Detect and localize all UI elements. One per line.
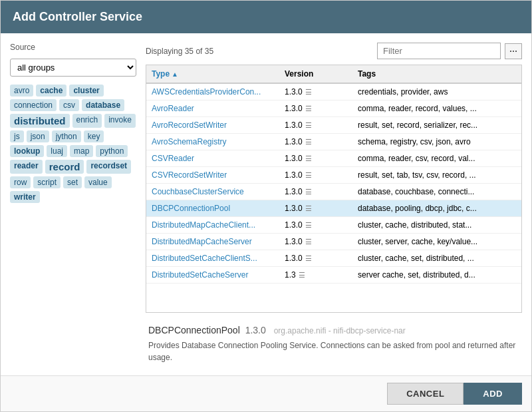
tag-jython[interactable]: jython — [52, 130, 81, 142]
table-row[interactable]: DistributedMapCacheClient...1.3.0 ☰clust… — [146, 217, 521, 234]
description-panel: DBCPConnectionPool 1.3.0 org.apache.nifi… — [146, 318, 522, 366]
info-icon[interactable]: ☰ — [305, 138, 312, 146]
table-row[interactable]: DistributedSetCacheServer1.3 ☰server cac… — [146, 267, 521, 284]
table-row[interactable]: DistributedSetCacheClientS...1.3.0 ☰clus… — [146, 250, 521, 267]
service-table: Type Version Tags AWSCredentialsProvider… — [146, 65, 522, 313]
info-icon[interactable]: ☰ — [305, 204, 312, 213]
cell-version: 1.3.0 ☰ — [279, 150, 352, 166]
cell-tags: server cache, set, distributed, d... — [352, 267, 521, 283]
tag-csv[interactable]: csv — [59, 99, 79, 111]
cell-type: AvroRecordSetWriter — [146, 117, 279, 133]
table-row[interactable]: AvroReader1.3.0 ☰comma, reader, record, … — [146, 101, 521, 117]
selected-nar: org.apache.nifi - nifi-dbcp-service-nar — [274, 326, 406, 335]
cell-type: DistributedMapCacheClient... — [146, 217, 279, 233]
cell-type: DistributedSetCacheServer — [146, 267, 279, 283]
table-row[interactable]: AWSCredentialsProviderCon...1.3.0 ☰crede… — [146, 84, 521, 101]
tag-avro[interactable]: avro — [10, 85, 33, 97]
add-button[interactable]: ADD — [464, 383, 522, 405]
cell-version: 1.3.0 ☰ — [279, 250, 352, 266]
info-icon[interactable]: ☰ — [305, 88, 312, 97]
info-icon[interactable]: ☰ — [305, 254, 312, 263]
cell-type: AvroReader — [146, 101, 279, 116]
table-header: Type Version Tags — [146, 65, 521, 84]
info-icon[interactable]: ☰ — [305, 171, 312, 180]
cell-type: AWSCredentialsProviderCon... — [146, 84, 279, 100]
tag-invoke[interactable]: invoke — [104, 114, 136, 128]
dialog-header: Add Controller Service — [1, 1, 531, 33]
filter-row: ⋯ — [377, 43, 522, 59]
tag-json[interactable]: json — [27, 130, 49, 142]
cell-version: 1.3 ☰ — [279, 267, 352, 283]
cell-version: 1.3.0 ☰ — [279, 134, 352, 150]
col-tags-header[interactable]: Tags — [352, 65, 521, 83]
cell-version: 1.3.0 ☰ — [279, 184, 352, 200]
selected-version: 1.3.0 — [245, 325, 266, 335]
cell-type: DBCPConnectionPool — [146, 200, 279, 216]
tags-container: avrocacheclusterconnectioncsvdatabasedis… — [10, 85, 136, 203]
tag-key[interactable]: key — [84, 130, 104, 142]
info-icon[interactable]: ☰ — [305, 154, 312, 163]
table-row[interactable]: CSVReader1.3.0 ☰comma, reader, csv, reco… — [146, 150, 521, 167]
tag-python[interactable]: python — [96, 145, 128, 157]
tag-value[interactable]: value — [84, 176, 112, 188]
cell-version: 1.3.0 ☰ — [279, 200, 352, 216]
source-label: Source — [10, 43, 136, 52]
table-row[interactable]: CSVRecordSetWriter1.3.0 ☰result, set, ta… — [146, 167, 521, 184]
tag-connection[interactable]: connection — [10, 99, 57, 111]
col-type-header[interactable]: Type — [146, 65, 279, 83]
info-icon[interactable]: ☰ — [305, 104, 312, 113]
cell-type: CSVReader — [146, 150, 279, 166]
right-panel: Displaying 35 of 35 ⋯ Type Version Tags … — [146, 43, 522, 366]
tag-cluster[interactable]: cluster — [69, 85, 103, 97]
tag-record[interactable]: record — [45, 160, 84, 174]
tag-js[interactable]: js — [10, 130, 24, 142]
table-row[interactable]: DBCPConnectionPool1.3.0 ☰database, pooli… — [146, 200, 521, 217]
info-icon[interactable]: ☰ — [305, 238, 312, 246]
cell-tags: database, pooling, dbcp, jdbc, c... — [352, 200, 521, 216]
info-icon[interactable]: ☰ — [305, 221, 312, 230]
table-row[interactable]: AvroSchemaRegistry1.3.0 ☰schema, registr… — [146, 134, 521, 150]
dialog-title: Add Controller Service — [13, 10, 142, 23]
tag-writer[interactable]: writer — [10, 191, 40, 203]
source-select[interactable]: all groups — [10, 59, 136, 77]
tag-recordset[interactable]: recordset — [86, 160, 131, 174]
tag-enrich[interactable]: enrich — [72, 114, 102, 128]
cell-tags: database, couchbase, connecti... — [352, 184, 521, 200]
tag-lookup[interactable]: lookup — [10, 145, 44, 157]
cell-version: 1.3.0 ☰ — [279, 167, 352, 183]
info-icon[interactable]: ☰ — [299, 271, 305, 280]
dialog-footer: CANCEL ADD — [1, 375, 531, 411]
tag-row[interactable]: row — [10, 176, 31, 188]
info-icon[interactable]: ☰ — [305, 121, 312, 130]
add-controller-service-dialog: Add Controller Service Source all groups… — [0, 0, 532, 412]
table-row[interactable]: CouchbaseClusterService1.3.0 ☰database, … — [146, 184, 521, 200]
tag-script[interactable]: script — [33, 176, 61, 188]
display-count: Displaying 35 of 35 — [146, 47, 213, 56]
cell-tags: schema, registry, csv, json, avro — [352, 134, 521, 150]
cell-version: 1.3.0 ☰ — [279, 84, 352, 100]
cell-tags: credentials, provider, aws — [352, 84, 521, 100]
cell-type: CouchbaseClusterService — [146, 184, 279, 200]
filter-input[interactable] — [377, 43, 501, 59]
tag-database[interactable]: database — [82, 99, 124, 111]
table-row[interactable]: AvroRecordSetWriter1.3.0 ☰result, set, r… — [146, 117, 521, 134]
cell-tags: cluster, cache, distributed, stat... — [352, 217, 521, 233]
left-panel: Source all groups avrocacheclusterconnec… — [10, 43, 136, 366]
selected-name: DBCPConnectionPool — [148, 325, 240, 335]
dialog-body: Source all groups avrocacheclusterconnec… — [1, 33, 531, 375]
tag-map[interactable]: map — [70, 145, 93, 157]
table-body: AWSCredentialsProviderCon...1.3.0 ☰crede… — [146, 84, 521, 312]
cell-tags: comma, reader, record, values, ... — [352, 101, 521, 116]
tag-set[interactable]: set — [63, 176, 82, 188]
cell-version: 1.3.0 ☰ — [279, 117, 352, 133]
col-version-header[interactable]: Version — [279, 65, 352, 83]
filter-options-button[interactable]: ⋯ — [505, 43, 522, 59]
tag-luaj[interactable]: luaj — [47, 145, 67, 157]
cell-version: 1.3.0 ☰ — [279, 234, 352, 250]
table-row[interactable]: DistributedMapCacheServer1.3.0 ☰cluster,… — [146, 234, 521, 250]
info-icon[interactable]: ☰ — [305, 188, 312, 196]
cancel-button[interactable]: CANCEL — [387, 383, 464, 405]
tag-distributed[interactable]: distributed — [10, 114, 70, 128]
tag-cache[interactable]: cache — [36, 85, 66, 97]
tag-reader[interactable]: reader — [10, 160, 43, 174]
